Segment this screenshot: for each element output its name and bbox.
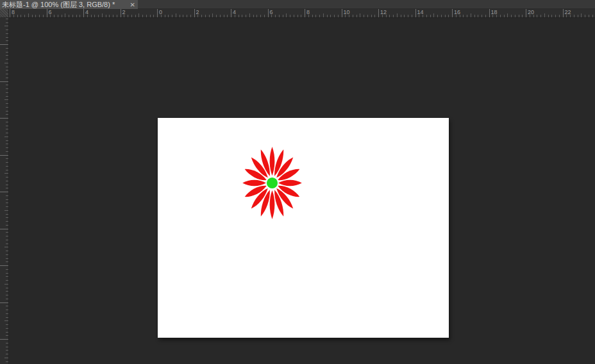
- ruler-tick: [0, 339, 8, 340]
- ruler-tick: [39, 15, 40, 17]
- ruler-tick: [6, 78, 8, 78]
- ruler-tick: [6, 232, 8, 233]
- ruler-tick: [441, 15, 442, 17]
- ruler-tick: [6, 188, 8, 188]
- ruler-tick: [183, 15, 183, 17]
- ruler-tick: [541, 15, 541, 17]
- ruler-tick: [6, 313, 8, 314]
- ruler-label: 8: [12, 9, 15, 15]
- ruler-tick: [6, 347, 8, 347]
- ruler-tick: [6, 236, 8, 236]
- ruler-tick: [6, 317, 8, 318]
- ruler-tick: [6, 214, 8, 215]
- ruler-tick: [216, 15, 217, 17]
- ruler-tick: [172, 15, 172, 17]
- ruler-tick: [0, 302, 8, 303]
- ruler-tick: [338, 15, 339, 17]
- ruler-label: 12: [380, 9, 387, 15]
- ruler-tick: [360, 13, 360, 17]
- ruler-tick: [515, 15, 515, 17]
- ruler-tick: [463, 15, 464, 17]
- ruler-tick: [253, 15, 254, 17]
- ruler-tick: [312, 15, 313, 17]
- ruler-tick: [6, 52, 8, 53]
- ruler-tick: [113, 15, 113, 17]
- ruler-tick: [544, 13, 545, 17]
- ruler-tick: [4, 247, 8, 247]
- ruler-tick: [478, 15, 478, 17]
- ruler-tick: [180, 15, 180, 17]
- ruler-label: 4: [233, 9, 236, 15]
- flower-petal: [278, 180, 302, 186]
- ruler-tick: [6, 144, 8, 144]
- ruler-tick: [397, 13, 398, 17]
- ruler-label: 10: [344, 9, 350, 15]
- ruler-tick: [367, 15, 368, 17]
- ruler-tick: [408, 15, 408, 17]
- ruler-tick: [548, 15, 549, 17]
- ruler-tick: [6, 324, 8, 325]
- ruler-tick: [4, 136, 8, 137]
- ruler-tick: [32, 15, 33, 17]
- ruler-tick: [6, 147, 8, 148]
- ruler-tick: [283, 15, 283, 17]
- ruler-tick: [6, 22, 8, 23]
- ruler-tick: [6, 122, 8, 122]
- document-tab[interactable]: 未标题-1 @ 100% (图层 3, RGB/8) * ✕: [0, 0, 138, 9]
- ruler-tick: [256, 15, 257, 17]
- ruler-tick: [563, 9, 564, 17]
- ruler-tick: [500, 15, 501, 17]
- ruler-tick: [371, 15, 372, 17]
- ruler-tick: [6, 166, 8, 167]
- ruler-tick: [0, 265, 8, 266]
- ruler-tick: [4, 26, 8, 26]
- ruler-tick: [404, 15, 405, 17]
- ruler-tick: [6, 343, 8, 343]
- ruler-tick: [581, 13, 582, 17]
- ruler-tick: [471, 13, 471, 17]
- ruler-tick: [6, 206, 8, 207]
- ruler-tick: [157, 9, 158, 17]
- ruler-tick: [4, 358, 8, 358]
- ruler-tick: [448, 15, 449, 17]
- flower-center: [267, 178, 278, 188]
- ruler-tick: [187, 15, 187, 17]
- ruler-tick: [592, 15, 593, 17]
- ruler-tick: [150, 15, 151, 17]
- ruler-tick: [6, 185, 8, 185]
- ruler-tick: [6, 92, 8, 93]
- ruler-tick: [6, 291, 8, 292]
- ruler-tick: [201, 15, 202, 17]
- ruler-tick: [6, 48, 8, 49]
- ruler-tick: [0, 192, 8, 192]
- ruler-tick: [315, 15, 316, 17]
- ruler-origin-box[interactable]: [0, 9, 9, 18]
- ruler-tick: [65, 13, 65, 17]
- ruler-tick: [6, 88, 8, 89]
- ruler-tick: [526, 9, 526, 17]
- ruler-label: 18: [491, 9, 498, 15]
- ruler-tick: [6, 158, 8, 159]
- ruler-tick: [35, 15, 36, 17]
- flower-petal: [270, 147, 275, 176]
- vertical-ruler[interactable]: [0, 18, 9, 364]
- ruler-tick: [290, 15, 290, 17]
- ruler-tick: [231, 9, 231, 17]
- ruler-tick: [6, 107, 8, 108]
- ruler-tick: [128, 15, 128, 17]
- ruler-tick: [142, 15, 143, 17]
- ruler-tick: [6, 273, 8, 274]
- tab-close-icon[interactable]: ✕: [127, 1, 135, 9]
- ruler-tick: [401, 15, 401, 17]
- ruler-tick: [6, 96, 8, 97]
- ruler-tick: [94, 15, 95, 17]
- ruler-tick: [6, 181, 8, 181]
- photoshop-window: { "tab": { "title": "未标题-1 @ 100% (图层 3,…: [0, 0, 595, 364]
- ruler-tick: [6, 251, 8, 251]
- horizontal-ruler[interactable]: 86420246810121416182022: [9, 9, 595, 18]
- ruler-tick: [6, 269, 8, 270]
- ruler-label: 0: [159, 9, 162, 15]
- ruler-tick: [121, 9, 121, 17]
- ruler-tick: [6, 203, 8, 203]
- ruler-label: 4: [85, 9, 88, 15]
